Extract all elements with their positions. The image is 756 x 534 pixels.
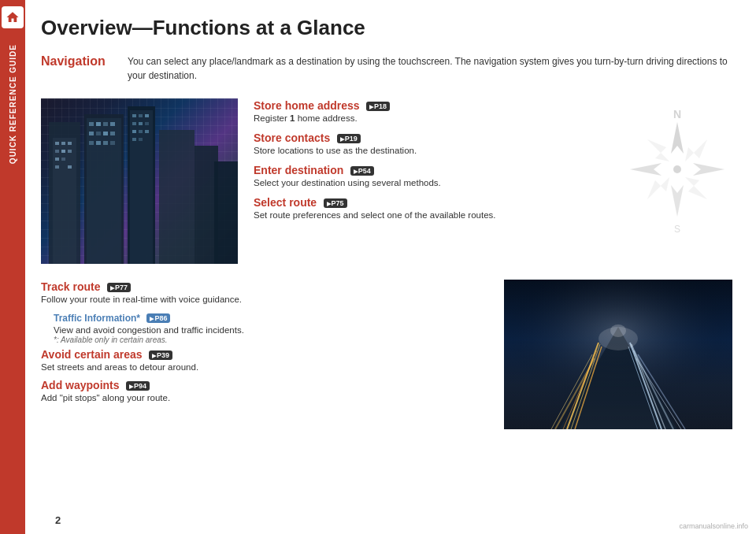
function-badge-select-route: P75 [324,198,347,208]
svg-rect-19 [96,132,101,135]
svg-point-50 [673,165,681,173]
bottom-section: Track route P77 Follow your route in rea… [41,280,732,429]
page-title: Overview—Functions at a Glance [41,16,732,40]
navigation-description: You can select any place/landmark as a d… [128,54,732,83]
svg-line-62 [555,358,595,429]
svg-rect-8 [55,158,59,161]
svg-rect-7 [68,150,72,153]
svg-rect-10 [55,165,59,169]
function-traffic-info: Traffic Information* P86 View and avoid … [54,310,488,344]
functions-list-bottom: Track route P77 Follow your route in rea… [41,280,488,429]
svg-rect-41 [214,161,238,264]
navigation-section: Navigation You can select any place/land… [41,54,732,83]
function-badge-avoid-areas: P39 [149,350,172,360]
svg-marker-47 [647,177,669,199]
svg-rect-20 [103,132,108,135]
svg-rect-22 [89,141,94,145]
svg-rect-35 [139,130,143,133]
svg-rect-3 [61,142,65,145]
svg-line-69 [638,354,685,429]
svg-marker-46 [685,139,707,161]
highway-image [504,280,732,429]
function-title-store-home: Store home address [254,99,360,112]
function-badge-store-home: P18 [366,102,390,111]
function-title-enter-destination: Enter destination [254,164,343,176]
svg-line-65 [632,344,665,429]
function-title-avoid-areas: Avoid certain areas [41,348,143,361]
function-title-select-route: Select route [254,196,317,209]
home-button[interactable] [2,6,24,28]
svg-line-64 [630,343,662,429]
function-badge-enter-destination: P54 [350,166,374,176]
svg-rect-15 [96,122,101,126]
svg-rect-24 [103,141,108,145]
sidebar-label: Quick Reference Guide [9,44,17,164]
function-badge-add-waypoints: P94 [126,381,150,391]
function-badge-traffic-info: P86 [146,313,170,323]
svg-rect-29 [139,114,143,117]
watermark: carmanualsonline.info [679,522,748,530]
svg-line-68 [636,358,681,429]
svg-rect-56 [504,280,732,429]
svg-rect-14 [89,122,94,126]
svg-marker-45 [630,163,662,176]
svg-marker-43 [671,185,684,217]
svg-marker-42 [671,122,684,154]
main-content: Overview—Functions at a Glance Navigatio… [25,0,756,534]
function-add-waypoints: Add waypoints P94 Add "pit stops" along … [41,378,488,402]
svg-line-66 [628,347,658,429]
function-title-add-waypoints: Add waypoints [41,379,120,391]
svg-line-61 [563,350,597,429]
svg-rect-27 [130,110,153,264]
function-desc-avoid-areas: Set streets and areas to detour around. [41,362,488,372]
function-track-route: Track route P77 Follow your route in rea… [41,280,488,304]
function-badge-store-contacts: P19 [337,134,361,143]
svg-rect-23 [96,141,101,145]
svg-rect-2 [55,142,59,145]
svg-line-67 [634,350,673,429]
svg-rect-21 [110,132,115,135]
svg-rect-25 [110,141,115,145]
traffic-note: *: Available only in certain areas. [54,336,488,344]
svg-rect-33 [145,122,149,125]
function-title-track-route: Track route [41,280,100,293]
svg-rect-39 [159,130,195,264]
svg-rect-16 [103,122,108,126]
svg-text:N: N [673,108,681,121]
svg-rect-31 [132,122,136,125]
svg-line-58 [567,343,598,429]
function-desc-add-waypoints: Add "pit stops" along your route. [41,393,488,402]
svg-rect-6 [61,150,65,153]
svg-point-71 [610,324,626,337]
top-content-row: Store home address P18 Register 1 home a… [41,98,732,264]
function-title-traffic-info: Traffic Information* [54,313,140,324]
svg-line-59 [571,344,600,429]
svg-line-60 [575,347,602,429]
svg-line-63 [551,354,592,429]
navigation-label-container: Navigation [41,54,128,83]
svg-marker-48 [647,139,669,161]
svg-rect-37 [132,138,136,141]
svg-marker-49 [685,177,707,199]
svg-rect-30 [145,114,149,117]
home-icon [6,10,20,24]
svg-rect-38 [139,138,143,141]
function-title-store-contacts: Store contacts [254,132,330,144]
svg-rect-5 [55,150,59,153]
svg-rect-13 [87,118,121,264]
svg-rect-17 [110,122,115,126]
svg-rect-9 [61,158,65,161]
compass-rose: N S E W [630,98,724,240]
sidebar: Quick Reference Guide [0,0,25,534]
building-image [41,98,238,264]
svg-rect-28 [132,114,136,117]
function-badge-track-route: P77 [107,283,131,292]
navigation-label: Navigation [41,54,106,68]
svg-rect-34 [132,130,136,133]
svg-rect-18 [89,132,94,135]
svg-rect-32 [139,122,143,125]
svg-rect-36 [145,130,149,133]
svg-marker-44 [693,163,724,176]
function-desc-traffic-info: View and avoid congestion and traffic in… [54,325,488,335]
page-number: 2 [55,514,61,526]
